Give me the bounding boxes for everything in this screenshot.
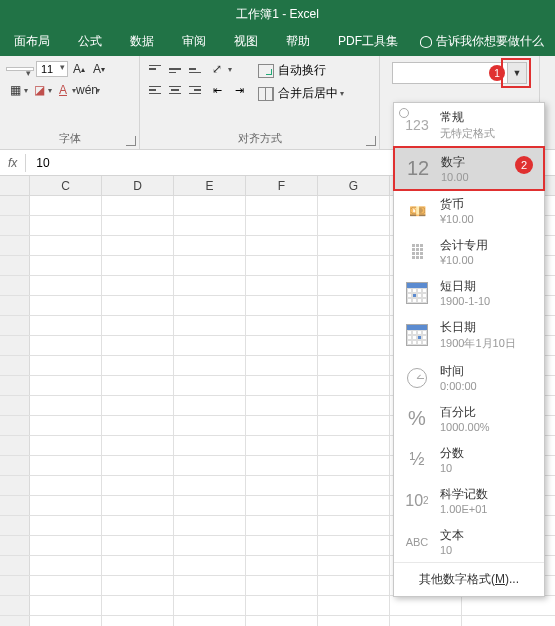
- tab-help[interactable]: 帮助: [272, 27, 324, 56]
- cell[interactable]: [102, 336, 174, 355]
- cell[interactable]: [318, 616, 390, 626]
- row-header[interactable]: [0, 436, 30, 455]
- format-scientific[interactable]: 102 科学记数1.00E+01: [394, 480, 544, 521]
- cell[interactable]: [102, 436, 174, 455]
- cell[interactable]: [102, 476, 174, 495]
- cell[interactable]: [246, 356, 318, 375]
- cell[interactable]: [318, 336, 390, 355]
- row-header[interactable]: [0, 196, 30, 215]
- cell[interactable]: [102, 556, 174, 575]
- cell[interactable]: [30, 616, 102, 626]
- cell[interactable]: [246, 476, 318, 495]
- cell[interactable]: [246, 256, 318, 275]
- cell[interactable]: [102, 516, 174, 535]
- cell[interactable]: [102, 536, 174, 555]
- format-general[interactable]: 123 常规无特定格式: [394, 103, 544, 147]
- cell[interactable]: [102, 576, 174, 595]
- cell[interactable]: [246, 416, 318, 435]
- row-header[interactable]: [0, 296, 30, 315]
- row-header[interactable]: [0, 516, 30, 535]
- cell[interactable]: [102, 356, 174, 375]
- cell[interactable]: [30, 236, 102, 255]
- cell[interactable]: [318, 576, 390, 595]
- cell[interactable]: [102, 196, 174, 215]
- row-header[interactable]: [0, 416, 30, 435]
- cell[interactable]: [246, 316, 318, 335]
- format-percent[interactable]: % 百分比1000.00%: [394, 398, 544, 439]
- alignment-dialog-launcher[interactable]: [366, 136, 376, 146]
- decrease-font-icon[interactable]: A▾: [90, 60, 108, 78]
- cell[interactable]: [174, 256, 246, 275]
- cell[interactable]: [102, 416, 174, 435]
- cell[interactable]: [246, 376, 318, 395]
- cell[interactable]: [174, 196, 246, 215]
- orientation-icon[interactable]: ⤢: [208, 60, 226, 78]
- cell[interactable]: [30, 256, 102, 275]
- cell[interactable]: [102, 596, 174, 615]
- cell[interactable]: [174, 556, 246, 575]
- align-bottom-icon[interactable]: [186, 60, 204, 78]
- cell[interactable]: [246, 516, 318, 535]
- cell[interactable]: [318, 236, 390, 255]
- format-longdate[interactable]: 长日期1900年1月10日: [394, 313, 544, 357]
- cell[interactable]: [174, 616, 246, 626]
- increase-indent-icon[interactable]: ⇥: [230, 81, 248, 99]
- row-header[interactable]: [0, 576, 30, 595]
- cell[interactable]: [30, 436, 102, 455]
- cell[interactable]: [174, 216, 246, 235]
- cell[interactable]: [174, 356, 246, 375]
- cell[interactable]: [318, 596, 390, 615]
- cell[interactable]: [102, 496, 174, 515]
- cell[interactable]: [318, 536, 390, 555]
- cell[interactable]: [30, 316, 102, 335]
- cell[interactable]: [102, 376, 174, 395]
- cell[interactable]: [246, 556, 318, 575]
- row-header[interactable]: [0, 216, 30, 235]
- cell[interactable]: [102, 276, 174, 295]
- phonetic-icon[interactable]: wén: [78, 81, 96, 99]
- tab-layout[interactable]: 面布局: [0, 27, 64, 56]
- fx-icon[interactable]: fx: [0, 156, 25, 170]
- cell[interactable]: [174, 436, 246, 455]
- cell[interactable]: [246, 296, 318, 315]
- tab-pdf[interactable]: PDF工具集: [324, 27, 412, 56]
- cell[interactable]: [390, 616, 462, 626]
- format-time[interactable]: 时间0:00:00: [394, 357, 544, 398]
- cell[interactable]: [30, 416, 102, 435]
- cell[interactable]: [102, 296, 174, 315]
- cell[interactable]: [318, 556, 390, 575]
- cell[interactable]: [246, 536, 318, 555]
- font-family-combo[interactable]: [6, 67, 34, 71]
- cell[interactable]: [390, 596, 462, 615]
- format-currency[interactable]: 💴 货币¥10.00: [394, 190, 544, 231]
- font-color-icon[interactable]: A: [54, 81, 72, 99]
- cell[interactable]: [174, 536, 246, 555]
- col-header-d[interactable]: D: [102, 176, 174, 195]
- cell[interactable]: [30, 196, 102, 215]
- cell[interactable]: [246, 236, 318, 255]
- format-text[interactable]: ABC 文本10: [394, 521, 544, 562]
- row-header[interactable]: [0, 356, 30, 375]
- cell[interactable]: [174, 376, 246, 395]
- cell[interactable]: [30, 536, 102, 555]
- cell[interactable]: [102, 616, 174, 626]
- align-top-icon[interactable]: [146, 60, 164, 78]
- row-header[interactable]: [0, 336, 30, 355]
- row-header[interactable]: [0, 536, 30, 555]
- cell[interactable]: [174, 516, 246, 535]
- cell[interactable]: [246, 336, 318, 355]
- col-header-f[interactable]: F: [246, 176, 318, 195]
- row-header[interactable]: [0, 236, 30, 255]
- cell[interactable]: [30, 476, 102, 495]
- tab-view[interactable]: 视图: [220, 27, 272, 56]
- cell[interactable]: [318, 276, 390, 295]
- cell[interactable]: [246, 396, 318, 415]
- cell[interactable]: [246, 596, 318, 615]
- cell[interactable]: [174, 396, 246, 415]
- cell[interactable]: [174, 496, 246, 515]
- cell[interactable]: [30, 516, 102, 535]
- select-all-corner[interactable]: [0, 176, 30, 195]
- cell[interactable]: [102, 236, 174, 255]
- tab-data[interactable]: 数据: [116, 27, 168, 56]
- formula-value[interactable]: 10: [26, 156, 59, 170]
